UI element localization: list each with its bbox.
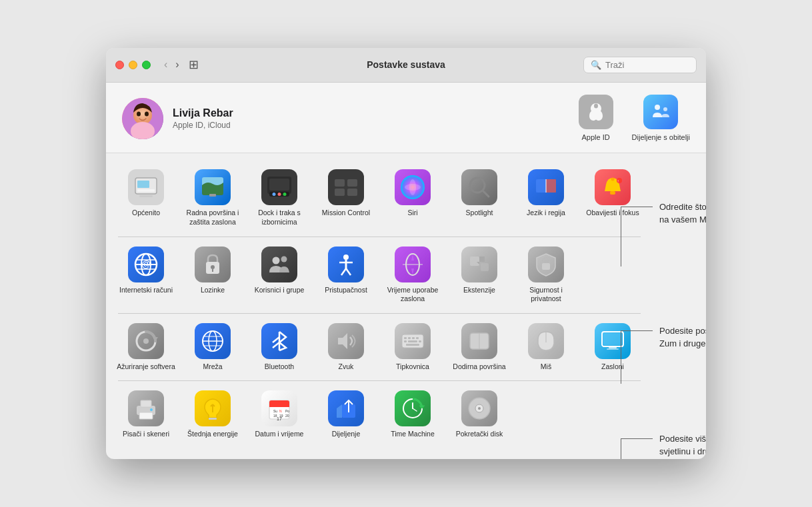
icon-box-zasloni (595, 323, 631, 359)
svg-point-19 (283, 193, 287, 196)
icons-section-3: Pisači i skeneriŠtednja energije17SuNPo1… (113, 385, 646, 443)
family-sharing-button[interactable]: Dijeljenje s obitelji (632, 95, 690, 142)
icon-label-zvuk: Zvuk (339, 362, 354, 372)
icons-row-3-0: Pisači i skeneriŠtednja energije17SuNPo1… (113, 385, 646, 443)
icon-item-ekstenzije[interactable]: Ekstenzije (446, 241, 513, 308)
icon-item-sigurnost[interactable]: Sigurnost i privatnost (513, 241, 579, 308)
svg-line-103 (413, 408, 417, 411)
spotlight-callout: Odredite što Spotlight pretražuje na vaš… (653, 201, 706, 227)
svg-rect-21 (347, 179, 357, 187)
svg-rect-71 (408, 340, 417, 342)
icon-item-jezik[interactable]: Jezik i regija (513, 164, 579, 231)
icon-label-internetski-racuni: Internetski računi (119, 286, 173, 295)
apple-id-icon (579, 95, 613, 129)
icon-item-dock[interactable]: Dock i traka s izbornicima (246, 164, 313, 231)
icons-section-0: OpćenitoRadna površina i zaštita zaslona… (113, 164, 646, 231)
svg-text:@: @ (141, 258, 151, 269)
icon-item-stednja[interactable]: Štednja energije (179, 385, 246, 443)
icon-box-time-machine (395, 390, 431, 426)
icon-item-spotlight[interactable]: Spotlight (446, 164, 513, 231)
svg-marker-57 (153, 337, 158, 341)
icon-item-azuriranje[interactable]: Ažuriranje softvera (113, 318, 179, 376)
icon-item-mreza[interactable]: Mreža (179, 318, 246, 376)
svg-point-18 (278, 193, 281, 196)
svg-rect-10 (137, 181, 149, 188)
icon-item-siri[interactable]: Siri (379, 164, 446, 231)
back-button[interactable]: ‹ (161, 57, 170, 72)
user-section: Livija Rebar Apple ID, iCloud Apple ID (106, 83, 706, 153)
svg-rect-67 (408, 337, 411, 339)
icons-section-2: Ažuriranje softveraMrežaBluetoothZvukTip… (113, 318, 646, 376)
svg-point-7 (663, 107, 667, 111)
search-input[interactable] (605, 60, 689, 70)
icon-item-dodirna[interactable]: Dodirna površina (446, 318, 513, 376)
icon-label-dodirna: Dodirna površina (453, 362, 505, 372)
svg-point-45 (281, 256, 287, 262)
svg-point-4 (145, 111, 149, 116)
icon-item-mis[interactable]: Miš (513, 318, 579, 376)
icon-item-vrijeme[interactable]: Vrijeme uporabe zaslona (379, 241, 446, 308)
icon-item-radna-povrsina[interactable]: Radna površina i zaštita zaslona (179, 164, 246, 231)
icon-box-radna-povrsina (195, 169, 231, 205)
icon-item-zasloni[interactable]: Zasloni (579, 318, 646, 376)
icon-item-tipkovnica[interactable]: Tipkovnica (379, 318, 446, 376)
callouts-panel: Odredite što Spotlight pretražuje na vaš… (653, 153, 706, 459)
svg-rect-66 (404, 337, 407, 339)
icon-item-internetski-racuni[interactable]: @Internetski računi (113, 241, 179, 308)
svg-text:Su: Su (273, 409, 277, 413)
svg-rect-53 (470, 256, 479, 266)
svg-rect-9 (139, 195, 153, 197)
apple-id-label: Apple ID (581, 133, 609, 142)
icon-label-mis: Miš (541, 362, 551, 372)
grid-icon[interactable]: ⊞ (189, 57, 199, 72)
icon-item-datum[interactable]: 17SuNPo181920Datum i vrijeme (246, 385, 313, 443)
icon-box-dock (261, 169, 297, 205)
svg-rect-85 (209, 418, 217, 420)
icon-item-korisnici[interactable]: Korisnici i grupe (246, 241, 313, 308)
icon-item-pokretacki[interactable]: Pokretački disk (446, 385, 513, 443)
avatar[interactable] (122, 98, 163, 139)
displays-callout: Podesite više zaslona, razlučivost, svje… (653, 433, 706, 458)
icon-item-lozinke[interactable]: Lozinke (179, 241, 246, 308)
svg-rect-22 (335, 189, 345, 196)
apple-id-button[interactable]: Apple ID (579, 95, 613, 142)
icon-item-time-machine[interactable]: Time Machine (379, 385, 446, 443)
svg-text:N: N (279, 409, 282, 413)
icon-label-mission-control: Mission Control (322, 209, 370, 218)
search-bar[interactable]: 🔍 (583, 57, 697, 73)
svg-text:18: 18 (273, 414, 277, 418)
svg-rect-15 (269, 179, 289, 191)
icon-box-lozinke (195, 247, 231, 282)
svg-rect-72 (419, 340, 421, 342)
icon-label-opcenito: Općenito (132, 209, 160, 218)
icon-item-opcenito[interactable]: Općenito (113, 164, 179, 231)
icon-item-zvuk[interactable]: Zvuk (313, 318, 379, 376)
icon-item-pisaci[interactable]: Pisači i skeneri (113, 385, 179, 443)
icon-item-obavijesti[interactable]: !Obavijesti i fokus (579, 164, 646, 231)
icon-box-mreza (195, 323, 231, 359)
maximize-button[interactable] (142, 61, 151, 69)
icon-box-opcenito (128, 169, 164, 205)
svg-rect-54 (481, 263, 489, 271)
svg-point-3 (137, 111, 141, 116)
svg-text:19: 19 (279, 414, 283, 418)
forward-button[interactable]: › (173, 57, 181, 72)
svg-rect-79 (609, 346, 617, 348)
icon-item-bluetooth[interactable]: Bluetooth (246, 318, 313, 376)
family-icon (643, 95, 678, 129)
icon-item-mission-control[interactable]: Mission Control (313, 164, 379, 231)
svg-text:20: 20 (285, 414, 289, 418)
svg-point-32 (611, 178, 615, 181)
icon-box-sigurnost (528, 247, 564, 282)
icon-item-pristupacnost[interactable]: Pristupačnost (313, 241, 379, 308)
callout-text-3: Podesite više zaslona, razlučivost, svje… (659, 433, 706, 458)
section-divider (118, 380, 641, 381)
icon-box-mis (528, 323, 564, 359)
section-divider (118, 237, 641, 237)
minimize-button[interactable] (129, 61, 137, 69)
icon-item-dijeljenje[interactable]: Dijeljenje (313, 385, 379, 443)
close-button[interactable] (115, 61, 124, 69)
icon-label-sigurnost: Sigurnost i privatnost (516, 286, 576, 304)
icon-box-tipkovnica (395, 323, 431, 359)
user-icons: Apple ID Dijeljenje s obitelji (579, 95, 690, 142)
